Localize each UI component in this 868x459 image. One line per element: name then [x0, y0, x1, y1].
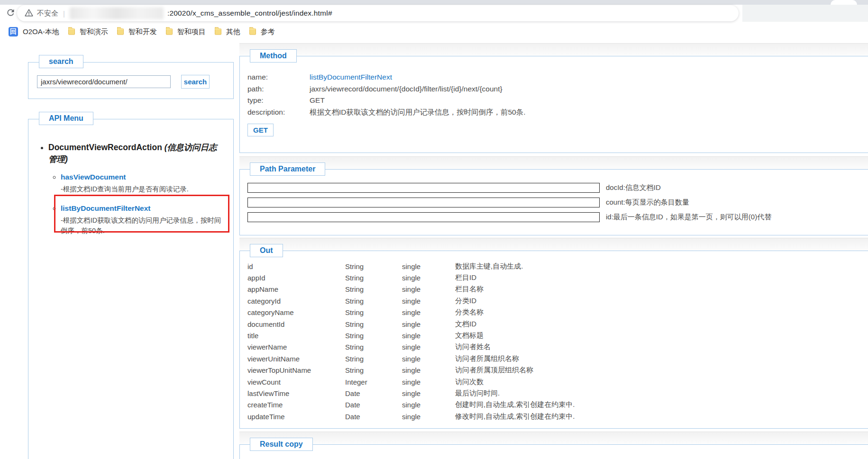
- address-bar[interactable]: 不安全 | :20020/x_cms_assemble_control/jest…: [17, 5, 739, 21]
- method-panel-body: name: listByDocumentFilterNext path: jax…: [239, 56, 868, 153]
- api-action-name: DocumentViewRecordAction: [48, 143, 162, 152]
- get-request-button[interactable]: GET: [247, 124, 274, 136]
- path-parameter-row: count:每页显示的条目数量: [247, 198, 868, 207]
- out-field-description: 文档ID: [455, 320, 868, 329]
- out-field-cardinality: single: [402, 297, 455, 305]
- bookmark-label: 智和项目: [177, 27, 206, 36]
- out-field-name: viewerName: [247, 343, 345, 351]
- out-field-row: updateTime Date single 修改时间,自动生成,索引创建在约束…: [240, 411, 868, 422]
- out-field-type: Integer: [345, 378, 402, 386]
- folder-icon: [117, 27, 124, 36]
- method-name-label: name:: [247, 72, 310, 83]
- search-button[interactable]: search: [181, 75, 210, 89]
- out-field-type: String: [345, 343, 402, 351]
- out-field-type: Date: [345, 389, 402, 397]
- bookmark-label: 智和演示: [80, 27, 108, 36]
- method-name-row: name: listByDocumentFilterNext: [240, 72, 868, 83]
- out-field-cardinality: single: [402, 366, 455, 374]
- method-name-value[interactable]: listByDocumentFilterNext: [310, 72, 392, 83]
- out-field-type: String: [345, 332, 402, 340]
- out-field-row: viewerTopUnitName String single 访问者所属顶层组…: [240, 365, 868, 376]
- out-field-row: appName String single 栏目名称: [240, 284, 868, 295]
- out-field-row: appId String single 栏目ID: [240, 272, 868, 283]
- folder-icon: [249, 27, 256, 36]
- out-field-row: categoryName String single 分类名称: [240, 307, 868, 318]
- out-field-row: viewerName String single 访问者姓名: [240, 342, 868, 353]
- out-field-description: 文档标题: [455, 331, 868, 340]
- out-field-type: String: [345, 308, 402, 316]
- out-field-cardinality: single: [402, 413, 455, 421]
- out-field-name: updateTime: [247, 413, 345, 421]
- bookmark-label: O2OA-本地: [23, 27, 59, 36]
- path-parameter-label: id:最后一条信息ID，如果是第一页，则可以用(0)代替: [606, 213, 771, 222]
- out-field-name: viewCount: [247, 378, 345, 386]
- out-field-cardinality: single: [402, 285, 455, 293]
- bookmarks-bar: 回 O2OA-本地 智和演示 智和开发: [0, 22, 868, 42]
- out-field-name: lastViewTime: [247, 389, 345, 397]
- out-field-description: 栏目名称: [455, 285, 868, 294]
- bookmark-folder[interactable]: 其他: [212, 25, 247, 38]
- method-panel: Method name: listByDocumentFilterNext pa…: [239, 43, 868, 153]
- out-field-row: categoryId String single 分类ID: [240, 295, 868, 306]
- out-field-name: viewerUnitName: [247, 355, 345, 363]
- out-field-name: title: [247, 332, 345, 340]
- folder-icon: [165, 27, 173, 36]
- api-method-description: -根据文档ID获取该文档的访问用户记录信息，按时间倒序，前50条.: [61, 215, 225, 236]
- path-parameter-input[interactable]: [247, 212, 600, 222]
- path-parameter-input[interactable]: [247, 183, 600, 193]
- bookmark-folder[interactable]: 参考: [247, 25, 282, 38]
- out-field-description: 分类名称: [455, 308, 868, 317]
- api-method-list: hasViewDocument -根据文档ID查询当前用户是否有阅读记录. li…: [48, 172, 225, 236]
- out-field-description: 分类ID: [455, 297, 868, 306]
- path-parameter-label: docId:信息文档ID: [606, 183, 661, 192]
- url-text: :20020/x_cms_assemble_control/jest/index…: [167, 9, 332, 18]
- out-field-type: String: [345, 285, 402, 293]
- api-action-item: DocumentViewRecordAction (信息访问日志管理) hasV…: [48, 142, 225, 236]
- out-field-cardinality: single: [402, 378, 455, 386]
- method-description-row: description: 根据文档ID获取该文档的访问用户记录信息，按时间倒序，…: [240, 107, 868, 118]
- bookmark-folder[interactable]: 智和项目: [164, 25, 212, 38]
- out-field-type: Date: [345, 401, 402, 409]
- out-field-description: 数据库主键,自动生成.: [455, 262, 868, 271]
- chip-separator: |: [63, 9, 65, 18]
- method-panel-band: [239, 43, 868, 56]
- reload-icon: [6, 8, 16, 19]
- method-path-row: path: jaxrs/viewrecord/document/{docId}/…: [240, 83, 868, 95]
- out-field-description: 最后访问时间.: [455, 389, 868, 398]
- method-description-label: description:: [247, 107, 310, 118]
- result-copy-legend: Result copy: [250, 438, 313, 451]
- api-method-link[interactable]: hasViewDocument: [61, 173, 126, 181]
- search-input[interactable]: [37, 75, 171, 88]
- out-field-description: 修改时间,自动生成,索引创建在约束中.: [455, 412, 868, 421]
- method-description-value: 根据文档ID获取该文档的访问用户记录信息，按时间倒序，前50条.: [310, 107, 526, 118]
- search-panel: search search: [28, 62, 234, 99]
- out-field-cardinality: single: [402, 343, 455, 351]
- api-method-item: hasViewDocument -根据文档ID查询当前用户是否有阅读记录.: [61, 172, 225, 195]
- out-panel-legend: Out: [250, 244, 283, 257]
- method-panel-legend: Method: [250, 49, 297, 63]
- out-panel-band: [239, 238, 868, 251]
- out-field-type: String: [345, 320, 402, 328]
- out-field-cardinality: single: [402, 274, 455, 282]
- api-method-item: listByDocumentFilterNext -根据文档ID获取该文档的访问…: [61, 203, 225, 236]
- path-parameter-input[interactable]: [247, 198, 600, 207]
- tab-strip: [0, 0, 868, 5]
- out-field-table: id String single 数据库主键,自动生成. appId Strin…: [239, 251, 868, 429]
- folder-icon: [214, 27, 221, 36]
- browser-toolbar: 不安全 | :20020/x_cms_assemble_control/jest…: [0, 5, 868, 22]
- bookmark-o2oa-local[interactable]: 回 O2OA-本地: [7, 25, 66, 38]
- bookmark-folder[interactable]: 智和演示: [66, 25, 115, 38]
- method-type-row: type: GET: [240, 95, 868, 107]
- api-method-link[interactable]: listByDocumentFilterNext: [61, 204, 150, 212]
- reload-button[interactable]: [5, 8, 16, 19]
- bookmark-label: 其他: [226, 27, 240, 36]
- out-field-type: String: [345, 274, 402, 282]
- out-field-type: String: [345, 355, 402, 363]
- out-field-type: Date: [345, 413, 402, 421]
- bookmark-label: 参考: [261, 27, 275, 36]
- out-field-cardinality: single: [402, 332, 455, 340]
- bookmark-folder[interactable]: 智和开发: [115, 25, 164, 38]
- security-warning-label: 不安全: [37, 9, 58, 18]
- out-field-row: lastViewTime Date single 最后访问时间.: [240, 387, 868, 399]
- out-field-description: 访问者姓名: [455, 342, 868, 351]
